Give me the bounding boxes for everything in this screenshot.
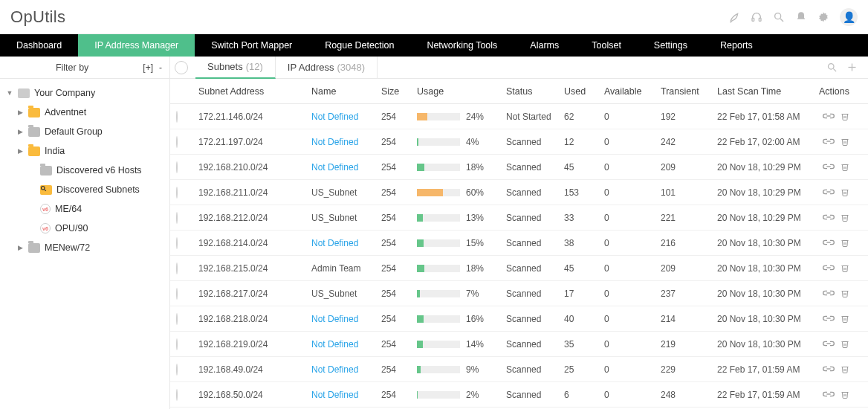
tree-item[interactable]: ▶MENew/72 [3,238,166,257]
row-checkbox[interactable] [176,237,178,249]
cell-name[interactable]: Not Defined [311,137,381,147]
col-used[interactable]: Used [564,86,604,97]
filter-add-button[interactable]: [+] [141,62,155,73]
table-row[interactable]: 192.168.211.0/24US_Subnet25460%Scanned15… [170,180,868,205]
search-icon[interactable] [773,11,785,23]
tree-item[interactable]: Discovered v6 Hosts [3,161,166,180]
cell-name[interactable]: Not Defined [311,364,381,375]
add-icon[interactable] [846,62,858,73]
nav-item-settings[interactable]: Settings [638,34,704,57]
nav-item-rogue-detection[interactable]: Rogue Detection [308,34,410,57]
col-usage[interactable]: Usage [417,86,506,97]
trash-icon[interactable] [841,364,849,374]
tree-item[interactable]: v6OPU/90 [3,219,166,238]
col-last-scan[interactable]: Last Scan Time [717,86,814,97]
row-checkbox[interactable] [176,288,178,300]
trash-icon[interactable] [841,390,849,399]
table-row[interactable]: 172.21.197.0/24Not Defined2544%Scanned12… [170,129,868,155]
trash-icon[interactable] [841,137,849,146]
table-row[interactable]: 192.168.219.0/24Not Defined25414%Scanned… [170,332,868,357]
link-icon[interactable] [823,213,835,222]
link-icon[interactable] [823,112,835,121]
link-icon[interactable] [823,187,835,197]
row-checkbox[interactable] [176,313,178,325]
cell-name[interactable]: Admin Team [311,263,381,274]
row-checkbox[interactable] [176,364,178,376]
filter-remove-button[interactable]: - [158,62,163,73]
trash-icon[interactable] [841,213,849,222]
rocket-icon[interactable] [728,11,740,23]
row-checkbox[interactable] [176,187,178,199]
link-icon[interactable] [823,238,835,248]
table-row[interactable]: 172.21.146.0/24Not Defined25424%Not Star… [170,104,868,129]
table-row[interactable]: 192.168.50.0/24Not Defined2542%Scanned60… [170,382,868,408]
table-row[interactable]: 192.168.217.0/24US_Subnet2547%Scanned170… [170,281,868,306]
link-icon[interactable] [823,314,835,323]
search-icon[interactable] [826,62,838,73]
row-checkbox[interactable] [176,161,178,173]
table-row[interactable]: 192.168.214.0/24Not Defined25415%Scanned… [170,231,868,256]
trash-icon[interactable] [841,187,849,197]
trash-icon[interactable] [841,339,849,349]
nav-item-alarms[interactable]: Alarms [514,34,575,57]
headset-icon[interactable] [751,11,762,23]
col-transient[interactable]: Transient [661,86,717,97]
trash-icon[interactable] [841,238,849,248]
cell-name[interactable]: Not Defined [311,339,381,350]
table-row[interactable]: 192.168.215.0/24Admin Team25418%Scanned4… [170,256,868,281]
cell-name[interactable]: Not Defined [311,112,381,122]
table-row[interactable]: 192.168.49.0/24Not Defined2549%Scanned25… [170,357,868,382]
trash-icon[interactable] [841,289,849,298]
cell-name[interactable]: Not Defined [311,238,381,248]
gear-icon[interactable] [817,11,829,23]
link-icon[interactable] [823,162,835,172]
link-icon[interactable] [823,390,835,399]
trash-icon[interactable] [841,112,849,121]
nav-item-toolset[interactable]: Toolset [575,34,638,57]
row-checkbox[interactable] [176,136,178,148]
table-row[interactable]: 192.168.210.0/24Not Defined25418%Scanned… [170,155,868,180]
tree-item[interactable]: ▶India [3,141,166,161]
table-row[interactable]: 192.168.218.0/24Not Defined25416%Scanned… [170,306,868,332]
col-name[interactable]: Name [311,86,381,97]
cell-name[interactable]: US_Subnet [311,289,381,299]
row-checkbox[interactable] [176,338,178,350]
link-icon[interactable] [823,137,835,146]
avatar[interactable]: 👤 [840,8,858,26]
nav-item-dashboard[interactable]: Dashboard [0,34,78,57]
cell-name[interactable]: Not Defined [311,162,381,173]
tree-item[interactable]: ▶Default Group [3,122,166,141]
col-status[interactable]: Status [506,86,564,97]
row-checkbox[interactable] [176,389,178,401]
link-icon[interactable] [823,364,835,374]
link-icon[interactable] [823,339,835,349]
tree-root[interactable]: ▼ Your Company [3,83,166,103]
table-row[interactable]: 192.168.212.0/24US_Subnet25413%Scanned33… [170,205,868,231]
tab-subnets[interactable]: Subnets (12) [195,57,276,79]
col-available[interactable]: Available [604,86,661,97]
trash-icon[interactable] [841,162,849,172]
select-all-checkbox[interactable] [175,61,188,74]
nav-item-networking-tools[interactable]: Networking Tools [410,34,514,57]
row-checkbox[interactable] [176,263,178,274]
col-subnet-address[interactable]: Subnet Address [198,86,311,97]
row-checkbox[interactable] [176,111,178,123]
link-icon[interactable] [823,289,835,298]
cell-name[interactable]: Not Defined [311,390,381,400]
tree-item[interactable]: Discovered Subnets [3,180,166,199]
cell-name[interactable]: US_Subnet [311,213,381,223]
link-icon[interactable] [823,263,835,273]
trash-icon[interactable] [841,314,849,323]
row-checkbox[interactable] [176,212,178,224]
col-size[interactable]: Size [381,86,417,97]
tree-item[interactable]: v6ME/64 [3,199,166,219]
nav-item-ip-address-manager[interactable]: IP Address Manager [78,34,195,57]
bell-icon[interactable] [795,11,807,23]
cell-name[interactable]: Not Defined [311,314,381,324]
nav-item-switch-port-mapper[interactable]: Switch Port Mapper [195,34,308,57]
tree-item[interactable]: ▶Adventnet [3,103,166,122]
tab-ip-address[interactable]: IP Address (3048) [276,57,378,79]
trash-icon[interactable] [841,263,849,273]
nav-item-reports[interactable]: Reports [704,34,769,57]
cell-name[interactable]: US_Subnet [311,187,381,198]
